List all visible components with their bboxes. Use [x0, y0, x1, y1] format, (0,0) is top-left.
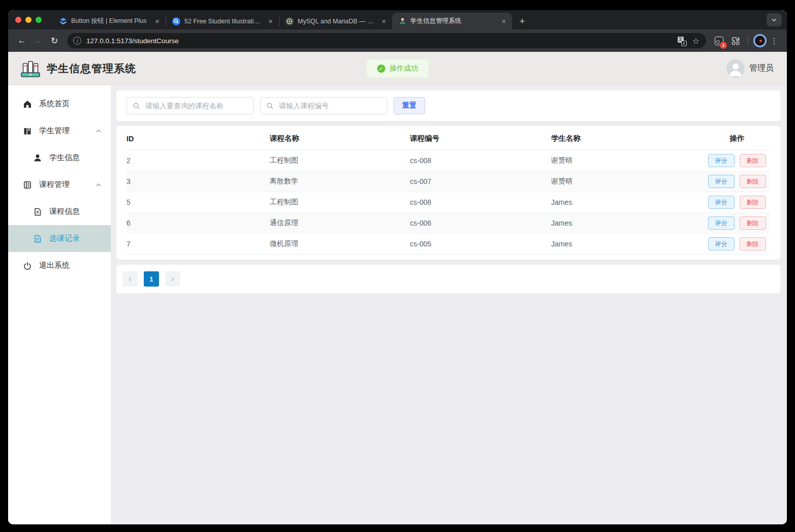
tab-student-system-active[interactable]: 学生信息管理系统 × [392, 13, 512, 29]
site-info-icon[interactable]: i [73, 37, 81, 45]
tab-close-icon[interactable]: × [380, 17, 387, 25]
tab-student-illustrations[interactable]: 52 Free Student Illustrations × [166, 13, 279, 29]
cell-course-name: 工程制图 [270, 198, 410, 207]
reload-button[interactable]: ↻ [47, 33, 62, 48]
power-icon [22, 261, 32, 270]
sidebar-item-course-records-active[interactable]: 选课记录 [8, 225, 111, 252]
sidebar-item-label: 学生信息 [49, 153, 102, 163]
cell-course-code: cs-008 [410, 157, 551, 165]
column-header-actions: 操作 [704, 134, 770, 143]
course-code-search-field[interactable] [260, 97, 387, 114]
translate-icon[interactable]: 文 A [675, 34, 689, 48]
table-header-row: ID 课程名称 课程编号 学生名称 操作 [126, 127, 770, 150]
chevron-up-icon [96, 182, 102, 188]
sidebar-item-label: 选课记录 [49, 234, 102, 243]
cell-student-name: 谢赟晴 [551, 156, 704, 165]
score-button[interactable]: 评分 [708, 196, 735, 209]
user-box: 管理员 [726, 59, 774, 78]
cell-course-name: 工程制图 [270, 156, 410, 165]
minimize-window-button[interactable] [25, 17, 31, 23]
search-icon [266, 102, 274, 110]
sidebar-item-course-management[interactable]: 课程管理 [8, 171, 111, 198]
chevron-down-icon [771, 17, 777, 23]
table-row: 5 工程制图 cs-008 James 评分 删除 [126, 192, 770, 213]
user-icon [33, 153, 42, 163]
document-icon [33, 207, 42, 216]
delete-button[interactable]: 删除 [740, 237, 766, 251]
extensions-puzzle-icon[interactable] [727, 33, 743, 48]
sidebar-item-label: 课程信息 [49, 207, 102, 216]
score-button[interactable]: 评分 [708, 154, 735, 167]
column-header-course-name: 课程名称 [270, 134, 410, 143]
delete-button[interactable]: 删除 [740, 216, 766, 230]
tab-element-plus[interactable]: Button 按钮 | Element Plus × [53, 13, 166, 29]
books-management-icon [22, 126, 32, 136]
sidebar-item-course-info[interactable]: 课程信息 [8, 198, 111, 225]
score-button[interactable]: 评分 [708, 237, 735, 251]
sidebar: 系统首页 学生管理 学生信息 [8, 85, 111, 524]
sidebar-item-student-info[interactable]: 学生信息 [8, 144, 111, 171]
user-avatar[interactable] [726, 59, 745, 78]
reset-button[interactable]: 重置 [394, 97, 425, 114]
course-name-input[interactable] [144, 101, 247, 110]
document-icon [33, 234, 42, 243]
back-button[interactable]: ← [14, 33, 29, 48]
cell-course-code: cs-008 [410, 198, 551, 206]
success-toast: ✓ 操作成功 [366, 59, 429, 78]
sidebar-item-student-management[interactable]: 学生管理 [8, 117, 111, 144]
tab-mysql-sqlalchemy[interactable]: MySQL and MariaDB — SQLA × [279, 13, 392, 29]
sidebar-item-logout[interactable]: 退出系统 [8, 252, 111, 279]
table-row: 2 工程制图 cs-008 谢赟晴 评分 删除 [126, 150, 770, 171]
search-icon [133, 102, 140, 110]
pagination: ‹ 1 › [116, 264, 781, 294]
tab-strip: Button 按钮 | Element Plus × 52 Free Stude… [8, 10, 787, 29]
score-button[interactable]: 评分 [708, 216, 735, 230]
tab-overflow-button[interactable] [767, 13, 782, 26]
course-code-input[interactable] [278, 101, 381, 110]
profile-avatar[interactable] [753, 34, 767, 47]
cell-id: 7 [126, 240, 270, 248]
sqlalchemy-favicon [285, 17, 294, 25]
score-button[interactable]: 评分 [708, 175, 735, 188]
delete-button[interactable]: 删除 [740, 175, 766, 188]
delete-button[interactable]: 删除 [740, 154, 766, 167]
maximize-window-button[interactable] [36, 17, 42, 23]
sidebar-item-label: 学生管理 [39, 126, 88, 136]
app-body: 系统首页 学生管理 学生信息 [8, 85, 787, 524]
previous-page-button[interactable]: ‹ [122, 271, 138, 287]
sidebar-item-home[interactable]: 系统首页 [8, 90, 111, 117]
main-content: 重置 ID 课程名称 课程编号 学生名称 操作 2 工程制图 [111, 85, 787, 524]
cell-course-name: 微机原理 [270, 239, 410, 248]
page-number-active[interactable]: 1 [144, 271, 159, 287]
app-brand: 学生信息管理系统 [20, 59, 136, 78]
next-page-button[interactable]: › [165, 271, 180, 287]
tab-close-icon[interactable]: × [154, 17, 161, 25]
books-logo-icon [20, 59, 41, 78]
notebook-icon [22, 180, 32, 190]
element-plus-favicon [59, 17, 67, 25]
forward-button[interactable]: → [30, 33, 46, 48]
url-text[interactable]: 127.0.0.1:5173/studentCourse [86, 37, 675, 45]
home-icon [22, 99, 32, 109]
success-check-icon: ✓ [377, 65, 385, 73]
side-panel-extension-icon[interactable]: 1 [711, 33, 726, 48]
app-header: 学生信息管理系统 ✓ 操作成功 管理员 [8, 52, 787, 85]
bookmark-star-icon[interactable]: ☆ [689, 34, 703, 48]
column-header-course-code: 课程编号 [410, 134, 551, 143]
cell-student-name: James [551, 198, 704, 206]
close-window-button[interactable] [15, 17, 21, 23]
tab-close-icon[interactable]: × [267, 17, 274, 25]
address-bar[interactable]: i 127.0.0.1:5173/studentCourse 文 A ☆ [67, 33, 706, 48]
cell-course-code: cs-006 [410, 219, 551, 227]
column-header-student-name: 学生名称 [551, 134, 704, 143]
translate-glyph: 文 A [678, 37, 686, 45]
cell-student-name: 谢赟晴 [551, 177, 704, 186]
new-tab-button[interactable]: + [515, 14, 529, 28]
table-row: 7 微机原理 cs-005 James 评分 删除 [126, 234, 770, 255]
browser-menu-icon[interactable]: ⋮ [768, 36, 781, 46]
delete-button[interactable]: 删除 [740, 196, 766, 209]
app-root: 学生信息管理系统 ✓ 操作成功 管理员 [8, 52, 787, 524]
extension-badge: 1 [720, 42, 727, 49]
tab-close-icon[interactable]: × [500, 17, 507, 25]
course-name-search-field[interactable] [126, 97, 253, 114]
